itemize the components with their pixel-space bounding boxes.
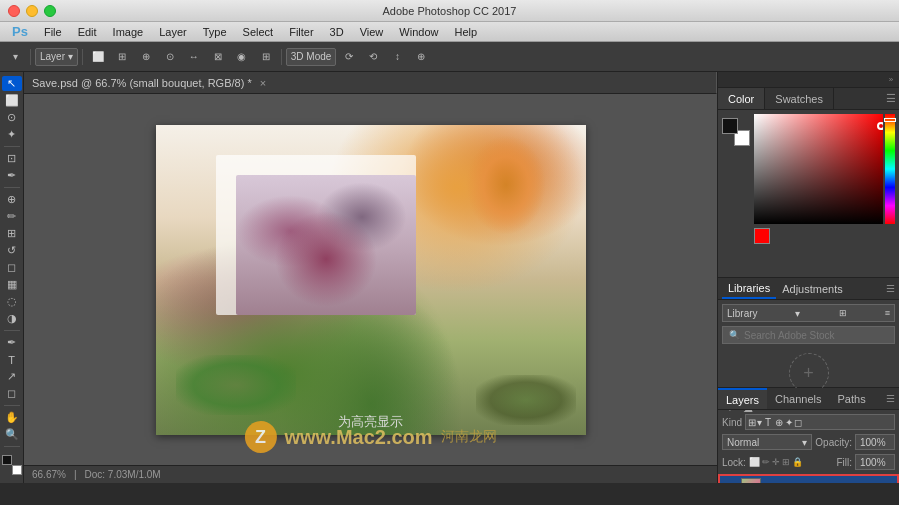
blend-mode-select[interactable]: Normal ▾: [722, 434, 812, 450]
tool-select-rect[interactable]: ⬜: [2, 93, 22, 108]
tool-eraser[interactable]: ◻: [2, 260, 22, 275]
toolbar-btn-10[interactable]: ⟲: [362, 46, 384, 68]
menu-view[interactable]: View: [352, 22, 392, 41]
tool-zoom[interactable]: 🔍: [2, 427, 22, 442]
tab-libraries[interactable]: Libraries: [722, 278, 776, 299]
color-panel-menu[interactable]: ☰: [883, 88, 899, 109]
highlight-label: 为高亮显示: [338, 413, 403, 431]
doc-tab-close[interactable]: ×: [260, 77, 266, 89]
layers-lock-row: Lock: ⬜ ✏ ✛ ⊞ 🔒 Fill: 100%: [722, 453, 895, 471]
toolbar-layer-mode[interactable]: Layer ▾: [35, 48, 78, 66]
toolbar-3d-mode[interactable]: 3D Mode: [286, 48, 337, 66]
tool-sep-4: [4, 405, 20, 406]
toolbar-btn-5[interactable]: ↔: [183, 46, 205, 68]
canvas-image: [156, 125, 586, 435]
lock-transparent[interactable]: ⬜: [749, 457, 760, 467]
canvas-area: Save.psd @ 66.7% (small bouquet, RGB/8) …: [24, 72, 717, 483]
tab-paths[interactable]: Paths: [830, 388, 874, 409]
close-btn[interactable]: [8, 5, 20, 17]
minimize-btn[interactable]: [26, 5, 38, 17]
menu-help[interactable]: Help: [446, 22, 485, 41]
toolbar-btn-1[interactable]: ⬜: [87, 46, 109, 68]
toolbar-btn-4[interactable]: ⊙: [159, 46, 181, 68]
maximize-btn[interactable]: [44, 5, 56, 17]
toolbar-btn-11[interactable]: ↕: [386, 46, 408, 68]
fg-color-swatch[interactable]: [722, 118, 738, 134]
spectrum-bar[interactable]: [885, 114, 895, 224]
toolbar-sep-2: [82, 49, 83, 65]
lock-artboard[interactable]: ⊞: [782, 457, 790, 467]
tool-crop[interactable]: ⊡: [2, 151, 22, 166]
search-icon: 🔍: [729, 330, 740, 340]
color-swatches-area: [718, 110, 899, 250]
tool-hand[interactable]: ✋: [2, 410, 22, 425]
tool-eyedropper[interactable]: ✒: [2, 168, 22, 183]
menu-3d[interactable]: 3D: [322, 22, 352, 41]
library-grid-view[interactable]: ⊞: [839, 308, 847, 318]
library-search[interactable]: 🔍 Search Adobe Stock: [722, 326, 895, 344]
toolbar-arrow-btn[interactable]: ▾: [4, 46, 26, 68]
lock-paint[interactable]: ✏: [762, 457, 770, 467]
tab-channels[interactable]: Channels: [767, 388, 829, 409]
tab-swatches[interactable]: Swatches: [765, 88, 834, 109]
menu-window[interactable]: Window: [391, 22, 446, 41]
fill-input[interactable]: 100%: [855, 454, 895, 470]
menu-ps-icon[interactable]: Ps: [4, 22, 36, 41]
tab-color[interactable]: Color: [718, 88, 765, 109]
toolbar-btn-2[interactable]: ⊞: [111, 46, 133, 68]
tool-heal[interactable]: ⊕: [2, 192, 22, 207]
opacity-input[interactable]: 100%: [855, 434, 895, 450]
background-color[interactable]: [12, 465, 22, 475]
toolbar-btn-7[interactable]: ◉: [231, 46, 253, 68]
tab-layers[interactable]: Layers: [718, 388, 767, 409]
tool-lasso[interactable]: ⊙: [2, 110, 22, 125]
library-list-view[interactable]: ≡: [885, 308, 890, 318]
libraries-panel: Libraries Adjustments ☰ Library ▾ ⊞ ≡ 🔍 …: [718, 278, 899, 388]
menu-layer[interactable]: Layer: [151, 22, 195, 41]
tool-pen[interactable]: ✒: [2, 335, 22, 350]
lock-all[interactable]: 🔒: [792, 457, 803, 467]
tool-clone[interactable]: ⊞: [2, 226, 22, 241]
menu-select[interactable]: Select: [235, 22, 282, 41]
tool-dodge[interactable]: ◑: [2, 311, 22, 326]
libraries-menu[interactable]: ☰: [886, 283, 895, 294]
tool-text[interactable]: T: [2, 352, 22, 367]
toolbar-btn-3[interactable]: ⊕: [135, 46, 157, 68]
library-add-circle[interactable]: +: [789, 353, 829, 393]
tool-history-brush[interactable]: ↺: [2, 243, 22, 258]
toolbar-btn-12[interactable]: ⊕: [410, 46, 432, 68]
menu-image[interactable]: Image: [105, 22, 152, 41]
lock-position[interactable]: ✛: [772, 457, 780, 467]
tool-blur[interactable]: ◌: [2, 294, 22, 309]
fg-bg-large[interactable]: [722, 118, 750, 146]
tool-move[interactable]: ↖: [2, 76, 22, 91]
tool-magic-wand[interactable]: ✦: [2, 127, 22, 142]
toolbar-btn-6[interactable]: ⊠: [207, 46, 229, 68]
layers-panel-menu[interactable]: ☰: [882, 388, 899, 409]
library-dropdown[interactable]: Library ▾ ⊞ ≡: [722, 304, 895, 322]
toolbar-btn-9[interactable]: ⟳: [338, 46, 360, 68]
fg-bg-color-selector[interactable]: [2, 455, 22, 475]
color-panel: Color Swatches ☰: [718, 88, 899, 278]
menu-filter[interactable]: Filter: [281, 22, 321, 41]
menu-edit[interactable]: Edit: [70, 22, 105, 41]
color-gradient-area[interactable]: [754, 114, 883, 224]
layer-eye-bouquet[interactable]: 👁: [724, 481, 738, 483]
panel-collapse-btn[interactable]: »: [885, 74, 897, 86]
toolbar-btn-8[interactable]: ⊞: [255, 46, 277, 68]
tab-adjustments[interactable]: Adjustments: [776, 278, 849, 299]
current-color-preview[interactable]: [754, 228, 770, 244]
menu-type[interactable]: Type: [195, 22, 235, 41]
tool-sep-5: [4, 446, 20, 447]
layer-row-bouquet[interactable]: 👁 small bouquet 👆: [718, 474, 899, 483]
tool-sep-2: [4, 187, 20, 188]
color-picker-gradient[interactable]: [754, 114, 895, 224]
kind-selector[interactable]: ⊞ ▾ T ⊕ ✦ ◻: [745, 414, 895, 430]
foreground-color[interactable]: [2, 455, 12, 465]
tool-brush[interactable]: ✏: [2, 209, 22, 224]
tool-gradient[interactable]: ▦: [2, 277, 22, 292]
menu-file[interactable]: File: [36, 22, 70, 41]
toolbar-sep-3: [281, 49, 282, 65]
tool-shape[interactable]: ◻: [2, 386, 22, 401]
tool-path-select[interactable]: ↗: [2, 369, 22, 384]
